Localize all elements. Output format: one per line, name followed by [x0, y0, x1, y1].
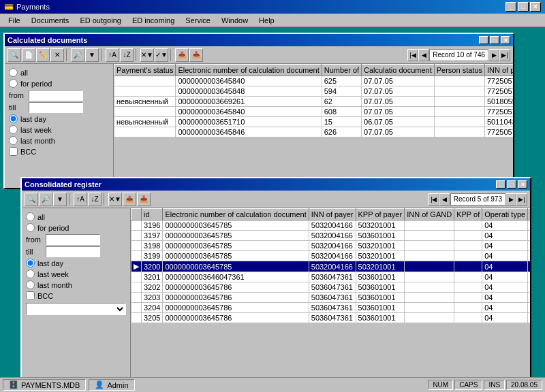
calc-docs-maximize[interactable]: □ — [490, 36, 499, 44]
cr-bcc-row: BCC — [26, 291, 126, 300]
table-row[interactable]: 3196000000000364578550320041665032010010… — [131, 220, 531, 231]
cr-nav-last-button[interactable]: ▶| — [516, 193, 527, 206]
cr-bcc-checkbox[interactable] — [26, 291, 35, 300]
taskbar-user: 👤 Admin — [89, 379, 134, 391]
table-row[interactable]: невыясненный00000000036517101506.07.0550… — [114, 117, 514, 127]
sort-asc-button[interactable]: ↑A — [106, 48, 119, 62]
sort-desc-button[interactable]: ↓Z — [120, 48, 134, 62]
cr-nav-first-button[interactable]: |◀ — [429, 193, 439, 206]
table-row[interactable]: 3199000000000364578550320041665032010010… — [131, 251, 531, 261]
close-button[interactable]: ✕ — [530, 2, 541, 12]
cr-find-button[interactable]: 🔎 — [39, 193, 52, 206]
menu-ed-incoming[interactable]: ED incoming — [127, 15, 180, 26]
new-doc-button[interactable]: 📄 — [22, 48, 35, 62]
radio-last-month[interactable]: last month — [9, 136, 109, 145]
col-payment-status: Payment's status — [114, 65, 176, 76]
cr-search-button[interactable]: 🔍 — [25, 193, 38, 206]
import-button[interactable]: 📥 — [189, 48, 203, 62]
nav-prev-button[interactable]: ◀ — [418, 49, 429, 61]
menu-ed-outgoing[interactable]: ED outgoing — [74, 15, 127, 26]
menu-service[interactable]: Service — [180, 15, 216, 26]
calc-docs-table: Payment's status Electronic number of ca… — [114, 64, 513, 137]
delete-button[interactable]: ✕ — [50, 48, 64, 62]
cr-radio-for-period[interactable]: for period — [26, 223, 126, 232]
table-row[interactable]: 000000000364584859407.07.057725057310772… — [114, 86, 514, 97]
edit-button[interactable]: ✏️ — [36, 48, 50, 62]
search-button[interactable]: 🔍 — [7, 48, 21, 62]
cr-sort-desc-button[interactable]: ↓Z — [88, 193, 102, 206]
db-icon: 🗄️ — [9, 380, 18, 389]
nav-next-button[interactable]: ▶ — [488, 49, 499, 61]
find-button[interactable]: 🔎 — [71, 48, 84, 62]
cr-filter-button[interactable]: ▼ — [53, 193, 67, 206]
minimize-button[interactable]: _ — [505, 2, 516, 12]
radio-last-week[interactable]: last week — [9, 125, 109, 134]
col-inn: INN of payer — [485, 65, 514, 76]
nav-controls: |◀ ◀ Record 10 of 746 ▶ ▶| — [407, 49, 510, 61]
table-row[interactable]: 3201000000000364604736150360473615036010… — [131, 272, 531, 282]
cr-radio-last-day[interactable]: last day — [26, 259, 126, 267]
cr-col-op-type: Operati type — [482, 209, 528, 220]
cr-bcc-dropdown[interactable] — [26, 303, 126, 315]
cr-radio-last-week[interactable]: last week — [26, 270, 126, 278]
apply-filter-button[interactable]: ✓▼ — [155, 48, 168, 62]
consol-reg-window: Consolidated register _ □ ✕ 🔍 🔎 ▼ ↑A ↓Z … — [20, 177, 531, 388]
nav-first-button[interactable]: |◀ — [407, 49, 418, 61]
cr-nav-next-button[interactable]: ▶ — [505, 193, 516, 206]
consol-reg-sidebar: all for period from till — [22, 208, 131, 387]
bcc-checkbox[interactable] — [9, 147, 18, 156]
table-row[interactable]: невыясненный00000000036692616207.07.0550… — [114, 97, 514, 107]
cr-till-date-input[interactable] — [46, 246, 100, 257]
table-row[interactable]: 3202000000000364578650360473615036010010… — [131, 282, 531, 293]
calc-docs-minimize[interactable]: _ — [479, 36, 488, 44]
calc-docs-close[interactable]: ✕ — [501, 36, 510, 44]
menu-file[interactable]: File — [3, 15, 26, 26]
user-label: Admin — [107, 381, 128, 389]
table-row[interactable]: 3205000000000364578650360473615036010010… — [131, 313, 531, 323]
table-row[interactable]: ▶320000000000036457855032004166503201001… — [131, 261, 531, 272]
calc-docs-title-bar: Calculated documents _ □ ✕ — [5, 34, 513, 46]
consol-reg-close[interactable]: ✕ — [518, 180, 527, 189]
taskbar-date: 20.08.05 — [506, 380, 542, 390]
table-row[interactable]: 3203000000000364578650360473615036010010… — [131, 293, 531, 303]
bcc-row: BCC — [9, 147, 109, 156]
maximize-button[interactable]: □ — [518, 2, 529, 12]
sep1 — [66, 49, 69, 61]
col-elec-num: Electronic number of calculation documen… — [176, 65, 322, 76]
table-row[interactable]: 3204000000000364578650360473615036010010… — [131, 303, 531, 313]
cr-nav-prev-button[interactable]: ◀ — [439, 193, 450, 206]
consol-reg-nav-info: Record 5 of 973 — [450, 193, 505, 206]
table-row[interactable]: 3198000000000364578550320041665032010010… — [131, 241, 531, 251]
cr-apply-button[interactable]: 📤 — [123, 193, 136, 206]
taskbar: 🗄️ PAYMENTS.MDB 👤 Admin NUM CAPS INS 20.… — [0, 377, 545, 392]
radio-for-period[interactable]: for period — [9, 79, 109, 88]
consol-reg-maximize[interactable]: □ — [507, 180, 516, 189]
cr-remove-filter-button[interactable]: ✕▼ — [108, 193, 122, 206]
radio-last-day[interactable]: last day — [9, 114, 109, 123]
calc-docs-title-text: Calculated documents — [7, 36, 87, 44]
radio-all[interactable]: all — [9, 68, 109, 77]
cr-radio-all[interactable]: all — [26, 212, 126, 221]
consol-reg-minimize[interactable]: _ — [496, 180, 505, 189]
cr-radio-last-month[interactable]: last month — [26, 280, 126, 289]
cr-col-elec-num: Electronic number of calculation documen… — [163, 209, 309, 220]
till-date-input[interactable] — [29, 102, 83, 113]
table-row[interactable]: 3197000000000364578550320041665036010010… — [131, 231, 531, 241]
nav-last-button[interactable]: ▶| — [499, 49, 510, 61]
from-date-input[interactable] — [29, 90, 83, 101]
cr-sort-asc-button[interactable]: ↑A — [74, 193, 87, 206]
cr-sep1 — [69, 193, 72, 206]
cr-from-date-input[interactable] — [46, 234, 100, 245]
table-row[interactable]: 000000000364584060807.07.057725057310772… — [114, 107, 514, 117]
table-row[interactable]: 000000000364584662607.07.057725057310772… — [114, 127, 514, 137]
menu-window[interactable]: Window — [216, 15, 253, 26]
export-button[interactable]: 📤 — [175, 48, 189, 62]
cr-import-button[interactable]: 📥 — [137, 193, 151, 206]
filter-button[interactable]: ▼ — [85, 48, 99, 62]
menu-help[interactable]: Help — [253, 15, 280, 26]
remove-filter-button[interactable]: ✕▼ — [140, 48, 154, 62]
taskbar-num: NUM — [428, 380, 453, 390]
till-label: till — [9, 103, 26, 112]
table-row[interactable]: 000000000364584062507.07.057725057310772… — [114, 76, 514, 86]
menu-documents[interactable]: Documents — [26, 15, 75, 26]
